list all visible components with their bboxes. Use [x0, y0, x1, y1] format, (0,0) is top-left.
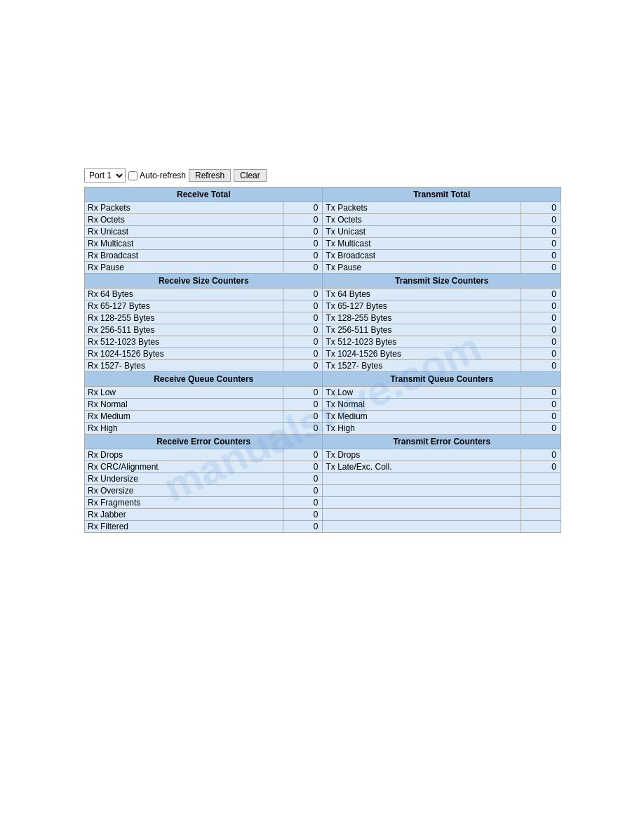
- table-row: Rx Unicast0Tx Unicast0: [85, 226, 561, 238]
- left-label: Rx 1527- Bytes: [85, 360, 283, 372]
- table-row: Rx Jabber0: [85, 509, 561, 521]
- right-value: 0: [521, 312, 561, 324]
- left-label: Rx Normal: [85, 399, 283, 411]
- right-label: Tx Broadcast: [323, 250, 521, 262]
- right-label: Tx 64 Bytes: [323, 289, 521, 300]
- table-row: Rx CRC/Alignment0Tx Late/Exc. Coll.0: [85, 461, 561, 473]
- right-value: 0: [521, 461, 561, 473]
- right-value: [521, 473, 561, 485]
- section-right-header: Transmit Error Counters: [323, 435, 561, 449]
- section-left-header: Receive Queue Counters: [85, 372, 323, 387]
- right-value: [521, 521, 561, 533]
- right-value: 0: [521, 336, 561, 348]
- section-right-header: Transmit Total: [323, 187, 561, 202]
- left-value: 0: [283, 226, 323, 238]
- right-value: 0: [521, 399, 561, 411]
- left-value: 0: [283, 399, 323, 411]
- table-row: Rx Pause0Tx Pause0: [85, 262, 561, 274]
- right-value: 0: [521, 226, 561, 238]
- left-label: Rx Drops: [85, 449, 283, 461]
- table-row: Rx Undersize0: [85, 473, 561, 485]
- table-row: Rx Broadcast0Tx Broadcast0: [85, 250, 561, 262]
- right-value: 0: [521, 289, 561, 300]
- table-row: Rx 1024-1526 Bytes0Tx 1024-1526 Bytes0: [85, 348, 561, 360]
- table-row: Rx Multicast0Tx Multicast0: [85, 238, 561, 250]
- left-value: 0: [283, 324, 323, 336]
- autorefresh-checkbox[interactable]: [128, 171, 137, 180]
- section-right-header: Transmit Queue Counters: [323, 372, 561, 387]
- right-value: 0: [521, 411, 561, 423]
- right-value: 0: [521, 324, 561, 336]
- right-value: 0: [521, 202, 561, 214]
- right-value: 0: [521, 262, 561, 274]
- left-label: Rx CRC/Alignment: [85, 461, 283, 473]
- autorefresh-text: Auto-refresh: [140, 171, 186, 180]
- right-value: 0: [521, 214, 561, 226]
- left-value: 0: [283, 250, 323, 262]
- left-label: Rx Packets: [85, 202, 283, 214]
- right-label: [323, 521, 521, 533]
- table-row: Rx Low0Tx Low0: [85, 387, 561, 399]
- right-value: 0: [521, 360, 561, 372]
- left-value: 0: [283, 348, 323, 360]
- clear-button[interactable]: Clear: [234, 169, 267, 182]
- left-label: Rx Octets: [85, 214, 283, 226]
- left-label: Rx Jabber: [85, 509, 283, 521]
- left-value: 0: [283, 312, 323, 324]
- left-value: 0: [283, 289, 323, 300]
- autorefresh-label: Auto-refresh: [128, 171, 186, 180]
- right-value: 0: [521, 423, 561, 435]
- left-label: Rx 512-1023 Bytes: [85, 336, 283, 348]
- left-label: Rx Filtered: [85, 521, 283, 533]
- left-value: 0: [283, 214, 323, 226]
- left-label: Rx Medium: [85, 411, 283, 423]
- right-value: [521, 497, 561, 509]
- page-wrapper: Port 1Port 2Port 3Port 4Port 5Port 6Port…: [0, 0, 644, 834]
- right-label: Tx 128-255 Bytes: [323, 312, 521, 324]
- table-row: Rx 64 Bytes0Tx 64 Bytes0: [85, 289, 561, 300]
- left-value: 0: [283, 202, 323, 214]
- left-label: Rx Multicast: [85, 238, 283, 250]
- table-row: Rx 65-127 Bytes0Tx 65-127 Bytes0: [85, 300, 561, 312]
- right-label: Tx Normal: [323, 399, 521, 411]
- section-left-header: Receive Total: [85, 187, 323, 202]
- left-value: 0: [283, 473, 323, 485]
- right-value: 0: [521, 348, 561, 360]
- right-label: Tx Medium: [323, 411, 521, 423]
- left-label: Rx 256-511 Bytes: [85, 324, 283, 336]
- right-label: [323, 485, 521, 497]
- left-value: 0: [283, 509, 323, 521]
- left-label: Rx Oversize: [85, 485, 283, 497]
- table-row: Rx Filtered0: [85, 521, 561, 533]
- left-label: Rx 64 Bytes: [85, 289, 283, 300]
- table-row: Rx Medium0Tx Medium0: [85, 411, 561, 423]
- right-label: Tx 1024-1526 Bytes: [323, 348, 521, 360]
- right-value: 0: [521, 449, 561, 461]
- right-label: Tx 512-1023 Bytes: [323, 336, 521, 348]
- refresh-button[interactable]: Refresh: [189, 169, 231, 182]
- table-row: Rx 512-1023 Bytes0Tx 512-1023 Bytes0: [85, 336, 561, 348]
- right-label: [323, 497, 521, 509]
- right-label: Tx Octets: [323, 214, 521, 226]
- right-label: [323, 473, 521, 485]
- table-row: Rx Normal0Tx Normal0: [85, 399, 561, 411]
- left-label: Rx Unicast: [85, 226, 283, 238]
- right-value: 0: [521, 300, 561, 312]
- left-value: 0: [283, 238, 323, 250]
- right-label: Tx High: [323, 423, 521, 435]
- left-value: 0: [283, 387, 323, 399]
- left-label: Rx Broadcast: [85, 250, 283, 262]
- right-value: 0: [521, 387, 561, 399]
- left-label: Rx Undersize: [85, 473, 283, 485]
- port-select[interactable]: Port 1Port 2Port 3Port 4Port 5Port 6Port…: [84, 168, 126, 183]
- left-value: 0: [283, 461, 323, 473]
- table-row: Rx 1527- Bytes0Tx 1527- Bytes0: [85, 360, 561, 372]
- right-label: Tx 256-511 Bytes: [323, 324, 521, 336]
- left-value: 0: [283, 411, 323, 423]
- left-label: Rx Fragments: [85, 497, 283, 509]
- table-row: Rx 128-255 Bytes0Tx 128-255 Bytes0: [85, 312, 561, 324]
- table-row: Rx Octets0Tx Octets0: [85, 214, 561, 226]
- left-value: 0: [283, 449, 323, 461]
- stats-table: Receive TotalTransmit TotalRx Packets0Tx…: [84, 187, 561, 533]
- table-row: Rx Oversize0: [85, 485, 561, 497]
